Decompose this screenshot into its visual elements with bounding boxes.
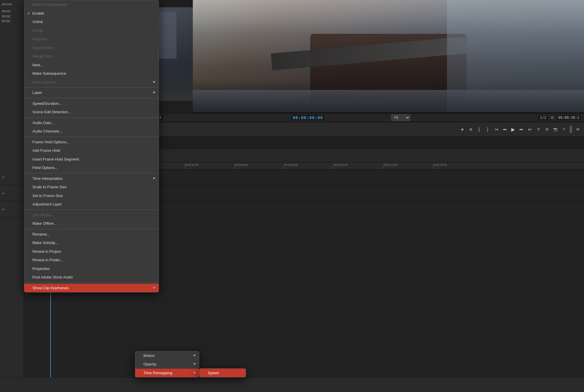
controls-row: ⊕ ≫ + ◈ ⊞ { } ⟨◂ ◂◂ ▶ ▸▸ ▸⟩ ↺ ⊟ 📷 ↗ ≫: [134, 122, 584, 137]
menu-scene-edit[interactable]: Scene Edit Detection...: [24, 108, 159, 116]
mark-in-button[interactable]: ◈: [458, 126, 466, 133]
menu-unlink[interactable]: Unlink: [24, 18, 159, 26]
menu-show-clip-keyframes[interactable]: Show Clip Keyframes: [24, 284, 159, 292]
menu-nest[interactable]: Nest...: [24, 61, 159, 69]
menu-speed-duration[interactable]: Speed/Duration...: [24, 99, 159, 108]
quality-indicator[interactable]: 1/2: [538, 115, 548, 120]
media-label: Media: [0, 7, 24, 14]
menu-divider-3: [24, 117, 159, 118]
menu-divider-5: [24, 173, 159, 173]
menu-ungroup[interactable]: Ungroup: [24, 35, 159, 43]
menu-set-to-frame[interactable]: Set to Frame Size: [24, 191, 159, 200]
menu-divider-4: [24, 137, 159, 137]
submenu-time-remapping-options: Speed: [199, 368, 246, 378]
menu-group[interactable]: Group: [24, 26, 159, 35]
timeline-bottom-bar: [0, 377, 584, 392]
menu-reveal-in-finder[interactable]: Reveal in Finder...: [24, 256, 159, 264]
video-track-label: V1: [0, 169, 24, 185]
menu-reveal-in-project[interactable]: Reveal in Project: [24, 247, 159, 256]
menu-make-subsequence[interactable]: Make Subsequence: [24, 69, 159, 78]
zoom-dropdown[interactable]: Fit 25% 50% 100%: [391, 114, 410, 121]
grid-button[interactable]: ⊞: [467, 126, 474, 133]
menu-enable[interactable]: Enable: [24, 9, 159, 18]
safe-margin-btn[interactable]: ⊟: [543, 126, 551, 133]
ruler-label-6: 00:01:12:00: [383, 163, 397, 166]
ruler-label-7: 00:01:20:00: [433, 163, 447, 166]
menu-scale-to-frame[interactable]: Scale to Frame Size: [24, 183, 159, 191]
menu-make-offline[interactable]: Make Offline...: [24, 219, 159, 228]
ruler-label-5: 00:01:04:00: [334, 163, 348, 166]
menu-synchronize[interactable]: Synchronize: [24, 43, 159, 52]
menu-find-adobe-stock[interactable]: Find Adobe Stock Audio: [24, 273, 159, 282]
video-track-name: V1: [2, 176, 5, 179]
ruler-label-4: 00:00:56:00: [284, 163, 298, 166]
transport-bar: 🔧 00:00:3 00:00:06:00 Fit 25% 50% 100% 1…: [134, 113, 584, 122]
submenu-opacity[interactable]: Opacity: [135, 360, 199, 369]
menu-multi-camera[interactable]: Multi-Camera: [24, 78, 159, 87]
menu-divider-7: [24, 229, 159, 229]
left-panel-label: elected: [0, 0, 24, 7]
menu-make-subclip[interactable]: Make Subclip...: [24, 238, 159, 247]
menu-link-media[interactable]: Link Media...: [24, 211, 159, 219]
audio2-track-label: A2: [0, 201, 24, 217]
menu-rename[interactable]: Rename...: [24, 230, 159, 239]
menu-add-frame-hold[interactable]: Add Frame Hold: [24, 146, 159, 155]
audio-track-name: A1: [2, 192, 5, 195]
export-frame-btn[interactable]: 📷: [552, 126, 559, 133]
menu-adjustment-layer[interactable]: Adjustment Layer: [24, 200, 159, 209]
go-to-out-btn[interactable]: ▸⟩: [526, 126, 534, 133]
menu-audio-gain[interactable]: Audio Gain...: [24, 119, 159, 127]
ruler-label-3: 00:00:48:00: [234, 163, 248, 166]
settings-icon: ⚙: [550, 115, 554, 120]
submenu-speed[interactable]: Speed: [200, 369, 246, 377]
step-back-btn[interactable]: ◂◂: [501, 126, 508, 133]
menu-properties[interactable]: Properties: [24, 264, 159, 273]
context-menu: Restore Unrendered Enable Unlink Group U…: [24, 0, 159, 292]
export-button[interactable]: ↗: [560, 126, 568, 133]
menu-insert-frame-hold[interactable]: Insert Frame Hold Segment: [24, 155, 159, 164]
center-timecode[interactable]: 00:00:06:00: [291, 115, 325, 121]
right-timecode[interactable]: 00:00:38:1: [557, 115, 581, 120]
audio2-track-name: A2: [2, 208, 5, 211]
menu-frame-hold-options[interactable]: Frame Hold Options...: [24, 138, 159, 147]
menu-divider-6: [24, 210, 159, 210]
play-button[interactable]: ▶: [509, 126, 517, 133]
menu-audio-channels[interactable]: Audio Channels...: [24, 127, 159, 136]
menu-divider-1: [24, 87, 159, 88]
submenu-time-remapping[interactable]: Time Remapping: [135, 369, 199, 377]
audio-track-label: A1: [0, 185, 24, 201]
menu-field-options[interactable]: Field Options...: [24, 163, 159, 172]
time-display-1: 00:00:: [0, 14, 24, 19]
preview-area: [193, 0, 584, 121]
menu-merge-clips[interactable]: Merge Clips...: [24, 52, 159, 61]
menu-divider-8: [24, 283, 159, 283]
loop-button[interactable]: ↺: [535, 126, 542, 133]
ruler-label-2: 00:00:40:00: [185, 163, 199, 166]
menu-divider-2: [24, 98, 159, 98]
step-forward-btn[interactable]: ▸▸: [518, 126, 525, 133]
mark-out-btn[interactable]: }: [484, 126, 491, 133]
menu-time-interpolation[interactable]: Time Interpolation: [24, 174, 159, 183]
time-display-2: 00:00:: [0, 19, 24, 23]
expand-btn[interactable]: ≫: [574, 126, 582, 133]
mark-in-btn[interactable]: {: [475, 126, 483, 133]
go-to-in-btn[interactable]: ⟨◂: [492, 126, 500, 133]
video-frame: [193, 0, 584, 112]
menu-restore-unrendered[interactable]: Restore Unrendered: [24, 0, 159, 9]
submenu-keyframes: Motion Opacity Time Remapping: [135, 351, 199, 378]
track-labels: V1 A1 A2: [0, 169, 24, 377]
submenu-motion[interactable]: Motion: [135, 351, 199, 360]
menu-label[interactable]: Label: [24, 88, 159, 97]
